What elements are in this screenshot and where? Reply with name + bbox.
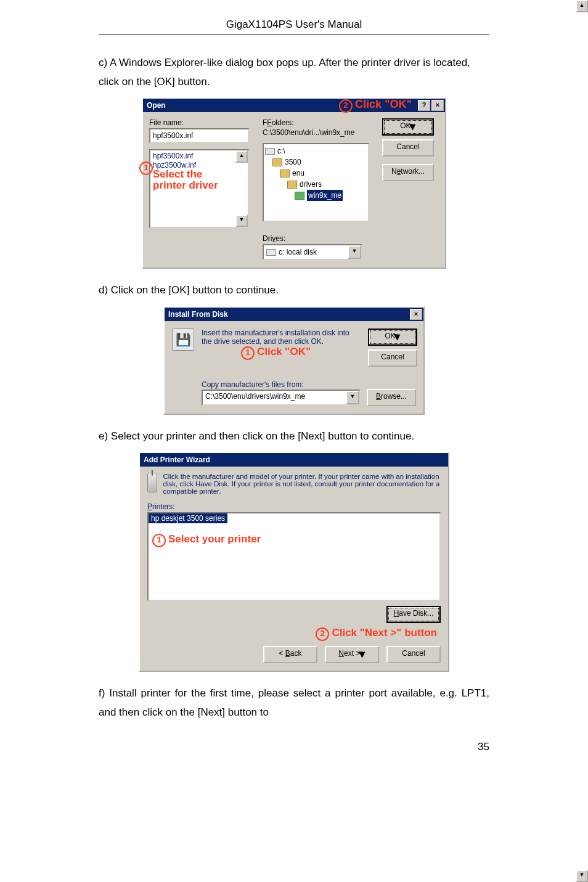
help-button[interactable]: ? xyxy=(418,100,430,111)
file-list[interactable]: ▲ hpf3500x.inf hpz3500w.inf 1 Select the… xyxy=(149,149,249,228)
apw-annotation-1: 1Select your printer xyxy=(149,523,439,557)
paragraph-e: e) Select your printer and then click on… xyxy=(99,427,489,446)
close-button[interactable]: × xyxy=(410,309,422,320)
tree-node[interactable]: drivers xyxy=(265,179,367,190)
printer-icon xyxy=(147,473,157,492)
ifd-title: Install From Disk xyxy=(168,310,409,319)
tree-node[interactable]: enu xyxy=(265,168,367,179)
have-disk-button[interactable]: Have Disk...Have Disk... xyxy=(386,606,441,623)
scroll-up-icon[interactable]: ▲ xyxy=(576,0,588,12)
chevron-down-icon[interactable]: ▼ xyxy=(346,391,359,404)
ifd-annotation-1: 1Click "OK" xyxy=(241,346,311,360)
tree-node-selected[interactable]: win9x_me xyxy=(265,190,367,201)
open-annotation-2: 2Click "OK" xyxy=(339,98,417,113)
ifd-message: Insert the manufacturer's installation d… xyxy=(202,329,361,370)
printers-label: Printers:Printers: xyxy=(140,502,448,511)
paragraph-c: c) A Windows Explorer-like dialog box po… xyxy=(99,54,489,91)
folder-icon xyxy=(287,181,297,189)
apw-annotation-2: 2Click "Next >" button xyxy=(140,623,448,643)
apw-titlebar: Add Printer Wizard xyxy=(140,453,448,467)
open-title: Open xyxy=(147,101,339,110)
browse-button[interactable]: Browse...Browse... xyxy=(367,389,416,406)
copy-from-label: Copy manufacturer's files from: xyxy=(165,378,423,389)
scroll-up-icon[interactable]: ▲ xyxy=(235,150,248,163)
tree-node[interactable]: 3500 xyxy=(265,157,367,168)
apw-title: Add Printer Wizard xyxy=(144,455,447,464)
folders-path: C:\3500\enu\dri...\win9x_me xyxy=(263,128,374,137)
copy-from-input[interactable]: C:\3500\enu\drivers\win9x_me ▼ xyxy=(202,390,361,406)
printers-list[interactable]: hp deskjet 3500 series 1Select your prin… xyxy=(147,512,441,601)
paragraph-f: f) Install printer for the first time, p… xyxy=(99,684,489,722)
drives-select[interactable]: c: local disk ▼ xyxy=(263,244,362,260)
disk-icon: 💾 xyxy=(172,329,194,351)
close-button[interactable]: × xyxy=(431,100,444,111)
cancel-button[interactable]: Cancel xyxy=(368,349,417,367)
apw-message: Click the manufacturer and model of your… xyxy=(163,473,441,495)
header-rule xyxy=(99,35,489,35)
ifd-titlebar: Install From Disk × xyxy=(165,308,423,321)
tree-node[interactable]: c:\ xyxy=(265,145,367,157)
add-printer-wizard-dialog: Add Printer Wizard Click the manufacture… xyxy=(139,452,449,672)
file-name-input[interactable]: hpf3500x.inf xyxy=(149,128,249,143)
folders-label: FFolders:Folders: xyxy=(263,118,374,127)
printers-list-selected[interactable]: hp deskjet 3500 series xyxy=(149,513,227,523)
folder-tree[interactable]: ▲ c:\ 3500 enu drivers win9x_me ▼ xyxy=(263,143,369,222)
drives-label: Drives:Drives: xyxy=(263,234,439,243)
file-list-item[interactable]: hpf3500x.inf xyxy=(153,152,245,161)
file-name-label: File name: xyxy=(149,118,254,127)
network-button[interactable]: Network...Network... xyxy=(382,164,434,181)
header-title: GigaX1104PS User's Manual xyxy=(99,18,489,31)
open-annotation-1-text: Select the printer driver xyxy=(153,169,245,191)
folder-icon xyxy=(272,158,282,166)
paragraph-d: d) Click on the [OK] button to continue. xyxy=(99,281,489,300)
drive-icon xyxy=(265,148,275,155)
chevron-down-icon[interactable]: ▼ xyxy=(348,245,361,259)
next-button[interactable]: Next > Next > xyxy=(325,646,379,663)
cancel-button[interactable]: Cancel xyxy=(382,139,434,157)
back-button[interactable]: < Back< Back xyxy=(263,646,317,663)
open-dialog: Open 2Click "OK" ? × File name: hpf3500x… xyxy=(142,97,446,269)
folder-open-icon xyxy=(295,192,304,200)
folder-icon xyxy=(280,169,290,178)
cursor-icon xyxy=(358,649,367,658)
page-number: 35 xyxy=(99,741,489,753)
scroll-down-icon[interactable]: ▼ xyxy=(235,214,248,227)
ok-button[interactable]: OK xyxy=(368,329,417,346)
ok-button[interactable]: OK xyxy=(382,118,434,136)
open-annotation-1-num: 1 xyxy=(139,161,155,175)
open-titlebar: Open 2Click "OK" ? × xyxy=(143,99,445,112)
install-from-disk-dialog: Install From Disk × 💾 Insert the manufac… xyxy=(163,306,425,415)
cancel-button[interactable]: Cancel xyxy=(386,646,441,663)
drive-icon xyxy=(266,249,276,256)
